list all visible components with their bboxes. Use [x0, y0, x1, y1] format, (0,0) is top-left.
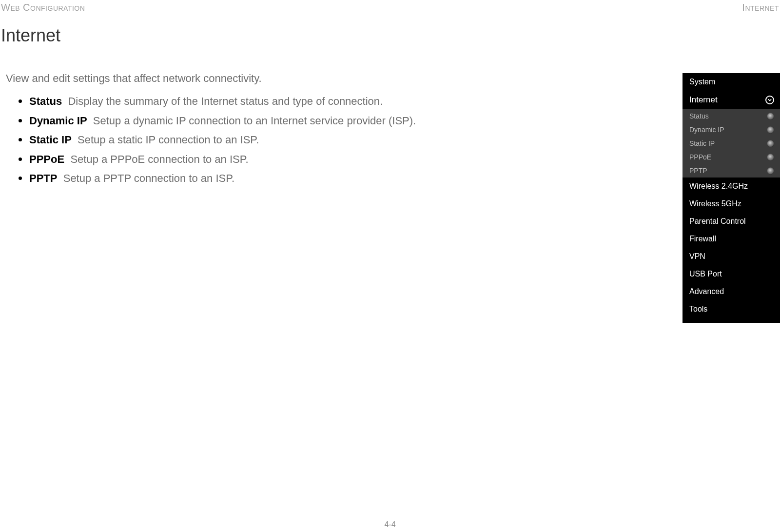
sidebar-item-label: VPN: [689, 252, 705, 261]
sidebar-item-static-ip[interactable]: Static IP: [682, 137, 780, 150]
sidebar-item-label: Dynamic IP: [689, 126, 724, 134]
radio-icon: [767, 140, 774, 147]
sidebar-item-wireless-24[interactable]: Wireless 2.4GHz: [682, 177, 780, 195]
sidebar-item-label: PPTP: [689, 167, 707, 175]
feature-desc: Setup a dynamic IP connection to an Inte…: [93, 115, 416, 127]
sidebar-item-label: PPPoE: [689, 153, 711, 161]
sidebar-item-label: Internet: [689, 95, 718, 105]
feature-desc: Setup a PPPoE connection to an ISP.: [70, 153, 248, 165]
page-number: 4-4: [384, 520, 395, 529]
list-item: Dynamic IP Setup a dynamic IP connection…: [29, 111, 503, 131]
chevron-down-icon: [765, 96, 774, 104]
list-item: Static IP Setup a static IP connection t…: [29, 130, 503, 150]
header-left: Web Configuration: [1, 2, 85, 13]
sidebar-item-label: System: [689, 78, 715, 86]
radio-icon: [767, 126, 774, 134]
sidebar-item-label: Wireless 2.4GHz: [689, 182, 748, 191]
feature-term: Static IP: [29, 134, 72, 146]
sidebar-item-usb[interactable]: USB Port: [682, 265, 780, 283]
sidebar-item-label: Parental Control: [689, 217, 746, 226]
feature-desc: Setup a static IP connection to an ISP.: [78, 134, 259, 146]
sidebar-nav: System Internet Status Dynamic IP Static…: [682, 73, 780, 323]
sidebar-item-label: Static IP: [689, 139, 715, 147]
feature-term: PPPoE: [29, 153, 64, 165]
sidebar-item-label: Status: [689, 112, 709, 120]
sidebar-item-label: Advanced: [689, 287, 724, 296]
sidebar-item-label: USB Port: [689, 270, 722, 278]
sidebar-item-firewall[interactable]: Firewall: [682, 230, 780, 248]
intro-text: View and edit settings that affect netwo…: [6, 72, 503, 85]
feature-term: PPTP: [29, 172, 57, 184]
sidebar-item-label: Wireless 5GHz: [689, 199, 741, 208]
feature-desc: Display the summary of the Internet stat…: [68, 95, 383, 107]
radio-icon: [767, 167, 774, 175]
feature-desc: Setup a PPTP connection to an ISP.: [63, 172, 234, 184]
sidebar-item-system[interactable]: System: [682, 73, 780, 91]
sidebar-item-status[interactable]: Status: [682, 109, 780, 123]
sidebar-item-parental[interactable]: Parental Control: [682, 213, 780, 230]
sidebar-item-dynamic-ip[interactable]: Dynamic IP: [682, 123, 780, 137]
sidebar-item-wireless-5[interactable]: Wireless 5GHz: [682, 195, 780, 213]
header-right: Internet: [742, 2, 779, 13]
feature-term: Status: [29, 95, 62, 107]
sidebar-item-label: Tools: [689, 305, 707, 314]
feature-term: Dynamic IP: [29, 115, 87, 127]
page-title: Internet: [1, 25, 60, 46]
list-item: PPPoE Setup a PPPoE connection to an ISP…: [29, 150, 503, 169]
radio-icon: [767, 113, 774, 120]
sidebar-item-advanced[interactable]: Advanced: [682, 283, 780, 300]
list-item: PPTP Setup a PPTP connection to an ISP.: [29, 169, 503, 188]
sidebar-item-tools[interactable]: Tools: [682, 300, 780, 318]
radio-icon: [767, 154, 774, 161]
sidebar-item-pptp[interactable]: PPTP: [682, 164, 780, 177]
sidebar-item-internet[interactable]: Internet: [682, 91, 780, 109]
feature-list: Status Display the summary of the Intern…: [6, 92, 503, 188]
content-body: View and edit settings that affect netwo…: [6, 72, 503, 188]
sidebar-item-label: Firewall: [689, 235, 716, 243]
sidebar-item-pppoe[interactable]: PPPoE: [682, 150, 780, 164]
list-item: Status Display the summary of the Intern…: [29, 92, 503, 111]
sidebar-item-vpn[interactable]: VPN: [682, 248, 780, 265]
